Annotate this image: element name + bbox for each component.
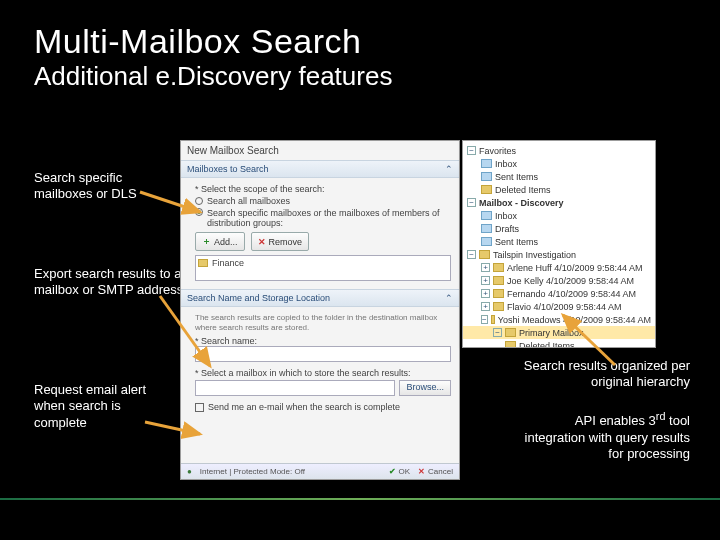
section-mailboxes-header[interactable]: Mailboxes to Search ⌃ [181,160,459,178]
storage-hint: The search results are copied to the fol… [195,313,451,332]
browse-button[interactable]: Browse... [399,380,451,396]
folder-tree: −Favorites Inbox Sent Items Deleted Item… [462,140,656,348]
tree-deleted[interactable]: Deleted Items [463,183,655,196]
slide-subtitle: Additional e.Discovery features [0,61,720,92]
sent-icon [481,172,492,181]
tree-discovery-mailbox[interactable]: −Mailbox - Discovery [463,196,655,209]
callout-results-hierarchy: Search results organized per original hi… [515,358,690,391]
ok-button[interactable]: ✔OK [389,467,411,476]
tree-result-row[interactable]: +Joe Kelly 4/10/2009 9:58:44 AM [463,274,655,287]
tree-primary-mailbox[interactable]: −Primary Mailbox [463,326,655,339]
radio-search-specific[interactable]: Search specific mailboxes or the mailbox… [195,208,451,228]
search-name-input[interactable] [195,346,451,362]
tree-sent[interactable]: Sent Items [463,235,655,248]
slide-title: Multi-Mailbox Search [0,0,720,61]
tree-investigation[interactable]: −Tailspin Investigation [463,248,655,261]
email-alert-checkbox[interactable]: Send me an e-mail when the search is com… [195,402,451,412]
tree-deleted-items[interactable]: Deleted Items [463,339,655,348]
section-storage-header[interactable]: Search Name and Storage Location ⌃ [181,289,459,307]
group-icon [198,259,208,267]
callout-email-alert: Request email alert when search is compl… [34,382,154,431]
wizard-title: New Mailbox Search [181,141,459,160]
tree-inbox[interactable]: Inbox [463,157,655,170]
collapse-icon[interactable]: ⌃ [445,293,453,303]
inbox-icon [481,159,492,168]
radio-search-all[interactable]: Search all mailboxes [195,196,451,206]
x-icon: ✕ [258,237,266,247]
callout-search-specific: Search specific mailboxes or DLS [34,170,164,203]
tree-result-row[interactable]: +Flavio 4/10/2009 9:58:44 AM [463,300,655,313]
dest-mailbox-input[interactable] [195,380,395,396]
tree-result-row[interactable]: +Fernando 4/10/2009 9:58:44 AM [463,287,655,300]
status-text: Internet | Protected Mode: Off [200,467,305,476]
tree-sent[interactable]: Sent Items [463,170,655,183]
callout-export-results: Export search results to a mailbox or SM… [34,266,184,299]
tree-result-row[interactable]: +Arlene Huff 4/10/2009 9:58:44 AM [463,261,655,274]
collapse-icon[interactable]: ⌃ [445,164,453,174]
list-item[interactable]: Finance [198,258,448,268]
tree-drafts[interactable]: Drafts [463,222,655,235]
tree-inbox[interactable]: Inbox [463,209,655,222]
scope-label: * Select the scope of the search: [195,184,451,194]
search-name-label: * Search name: [195,336,451,346]
wizard-toolbar: ● Internet | Protected Mode: Off ✔OK ✕Ca… [181,463,459,479]
divider [0,498,720,500]
callout-api-integration: API enables 3rd tool integration with qu… [515,410,690,462]
dest-mailbox-label: * Select a mailbox in which to store the… [195,368,451,378]
trash-icon [481,185,492,194]
tree-favorites[interactable]: −Favorites [463,144,655,157]
remove-button[interactable]: ✕Remove [251,232,310,251]
mailbox-listbox[interactable]: Finance [195,255,451,281]
plus-icon: ＋ [202,235,211,248]
cancel-button[interactable]: ✕Cancel [418,467,453,476]
add-button[interactable]: ＋Add... [195,232,245,251]
tree-result-row[interactable]: −Yoshi Meadows 4/10/2009 9:58:44 AM [463,313,655,326]
new-mailbox-search-wizard: New Mailbox Search Mailboxes to Search ⌃… [180,140,460,480]
